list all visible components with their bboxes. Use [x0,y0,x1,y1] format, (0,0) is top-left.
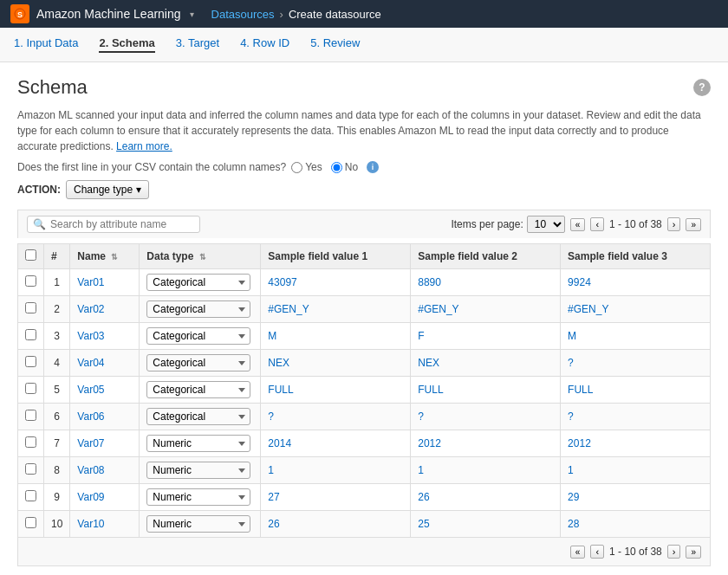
row-sample2: #GEN_Y [411,296,561,323]
radio-yes[interactable]: Yes [291,161,322,173]
row-sample2: F [411,323,561,350]
datatype-select[interactable]: Categorical Numeric Binary Text [146,381,250,398]
row-name[interactable]: Var02 [70,296,140,323]
first-page-button[interactable]: « [570,218,586,231]
step-5[interactable]: 5. Review [310,36,360,53]
items-per-page-label: Items per page: [451,218,523,230]
table-row: 4 Var04 Categorical Numeric Binary Text … [18,350,711,377]
svg-text:S: S [17,10,23,19]
row-name[interactable]: Var08 [70,457,140,484]
row-checkbox-cell [18,484,44,511]
row-sample2: 25 [411,511,561,538]
row-sample3: 29 [561,484,711,511]
row-checkbox[interactable] [25,275,36,287]
action-row: ACTION: Change type ▾ [17,180,711,199]
change-type-button[interactable]: Change type ▾ [66,180,149,199]
breadcrumb-current: Create datasource [289,8,381,21]
row-num: 3 [44,323,70,350]
row-sample3: 28 [561,511,711,538]
row-sample3: M [561,323,711,350]
step-1[interactable]: 1. Input Data [14,36,78,53]
row-checkbox[interactable] [25,436,36,448]
app-dropdown-arrow[interactable]: ▾ [190,10,194,19]
datatype-select[interactable]: Categorical Numeric Binary Text [146,435,250,452]
header-checkbox [18,244,44,269]
step-4[interactable]: 4. Row ID [240,36,289,53]
row-checkbox[interactable] [25,329,36,340]
row-checkbox[interactable] [25,302,36,313]
row-checkbox[interactable] [25,356,36,367]
row-datatype-cell: Categorical Numeric Binary Text [140,484,261,511]
radio-yes-input[interactable] [291,162,302,173]
row-datatype-cell: Categorical Numeric Binary Text [140,511,261,538]
datatype-select[interactable]: Categorical Numeric Binary Text [146,462,250,479]
first-page-button-bottom[interactable]: « [570,546,586,559]
items-per-page: Items per page: 10 25 50 [451,216,564,233]
step-2[interactable]: 2. Schema [99,36,154,53]
title-row: Schema ? [17,76,711,99]
row-checkbox-cell [18,323,44,350]
sort-name-icon[interactable]: ⇅ [111,253,118,262]
datatype-select[interactable]: Categorical Numeric Binary Text [146,327,250,345]
datatype-select[interactable]: Categorical Numeric Binary Text [146,354,250,371]
page-body: Schema ? Amazon ML scanned your input da… [0,62,728,575]
datatype-select[interactable]: Categorical Numeric Binary Text [146,515,250,533]
row-checkbox-cell [18,350,44,377]
csv-question-row: Does the first line in your CSV contain … [17,161,711,173]
step-3[interactable]: 3. Target [176,36,219,53]
breadcrumb: Datasources › Create datasource [211,8,381,21]
row-name[interactable]: Var06 [70,404,140,430]
header-num: # [44,244,70,269]
row-name[interactable]: Var09 [70,484,140,511]
help-icon[interactable]: ? [693,79,711,96]
search-box[interactable]: 🔍 [27,216,200,233]
row-name[interactable]: Var01 [70,269,140,296]
row-sample2: 8890 [411,269,561,296]
page-title: Schema [17,76,88,99]
row-name[interactable]: Var07 [70,430,140,457]
row-name[interactable]: Var10 [70,511,140,538]
row-datatype-cell: Categorical Numeric Binary Text [140,457,261,484]
table-row: 9 Var09 Categorical Numeric Binary Text … [18,484,711,511]
row-sample1: 2014 [261,430,411,457]
row-checkbox[interactable] [25,410,36,421]
last-page-button[interactable]: » [686,218,701,231]
prev-page-button-top[interactable]: ‹ [590,217,604,231]
datatype-select[interactable]: Categorical Numeric Binary Text [146,488,250,506]
datatype-select[interactable]: Categorical Numeric Binary Text [146,408,250,425]
row-sample1: FULL [261,377,411,404]
datatype-select[interactable]: Categorical Numeric Binary Text [146,300,250,318]
next-page-button-top[interactable]: › [667,217,681,231]
csv-question-text: Does the first line in your CSV contain … [17,161,286,173]
table-toolbar: 🔍 Items per page: 10 25 50 « ‹ 1 - 10 of… [17,210,711,238]
learn-more-link[interactable]: Learn more. [116,140,172,152]
row-num: 5 [44,377,70,404]
row-checkbox[interactable] [25,490,36,501]
row-name[interactable]: Var05 [70,377,140,404]
csv-info-icon[interactable]: i [367,161,379,173]
datatype-select[interactable]: Categorical Numeric Binary Text [146,274,250,291]
row-checkbox[interactable] [25,463,36,475]
prev-page-button-bottom[interactable]: ‹ [590,545,604,559]
row-name[interactable]: Var04 [70,350,140,377]
row-sample2: NEX [411,350,561,377]
last-page-button-bottom[interactable]: » [686,546,701,559]
radio-no-input[interactable] [331,162,342,173]
action-label: ACTION: [17,184,61,196]
items-per-page-select[interactable]: 10 25 50 [527,216,565,233]
row-name[interactable]: Var03 [70,323,140,350]
row-checkbox[interactable] [25,517,36,528]
row-num: 7 [44,430,70,457]
main-content: 1. Input Data 2. Schema 3. Target 4. Row… [0,28,728,575]
next-page-button-bottom[interactable]: › [667,545,681,559]
row-sample1: M [261,323,411,350]
select-all-checkbox[interactable] [25,249,36,261]
search-input[interactable] [50,218,189,230]
header-sample1: Sample field value 1 [261,244,411,269]
breadcrumb-datasources[interactable]: Datasources [211,8,275,21]
row-sample3: FULL [561,377,711,404]
row-checkbox[interactable] [25,383,36,394]
header-datatype: Data type ⇅ [140,244,261,269]
sort-datatype-icon[interactable]: ⇅ [199,253,206,262]
radio-no[interactable]: No [331,161,358,173]
